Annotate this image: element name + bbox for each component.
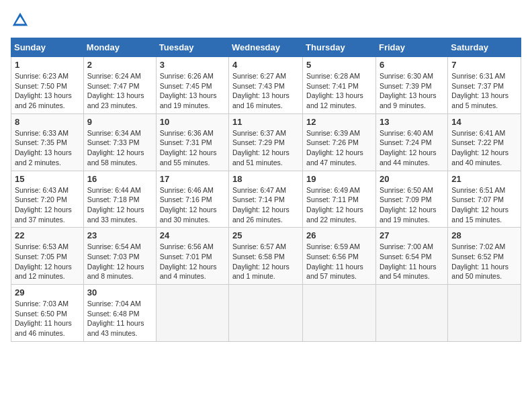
day-number: 13 bbox=[380, 117, 444, 127]
day-info: Sunrise: 6:31 AMSunset: 7:37 PMDaylight:… bbox=[451, 71, 517, 111]
weekday-header-sunday: Sunday bbox=[11, 38, 84, 57]
calendar-cell: 21Sunrise: 6:51 AMSunset: 7:07 PMDayligh… bbox=[448, 171, 521, 228]
day-info: Sunrise: 6:36 AMSunset: 7:31 PMDaylight:… bbox=[160, 128, 225, 168]
calendar-cell: 23Sunrise: 6:54 AMSunset: 7:03 PMDayligh… bbox=[83, 228, 156, 285]
calendar-cell bbox=[375, 285, 447, 342]
week-row-3: 15Sunrise: 6:43 AMSunset: 7:20 PMDayligh… bbox=[11, 171, 521, 228]
day-number: 27 bbox=[380, 230, 444, 240]
day-info: Sunrise: 6:53 AMSunset: 7:05 PMDaylight:… bbox=[15, 242, 80, 281]
calendar-cell: 7Sunrise: 6:31 AMSunset: 7:37 PMDaylight… bbox=[448, 57, 521, 114]
calendar-cell bbox=[229, 285, 303, 342]
day-number: 24 bbox=[160, 230, 225, 240]
day-info: Sunrise: 7:04 AMSunset: 6:48 PMDaylight:… bbox=[87, 299, 152, 338]
day-info: Sunrise: 6:49 AMSunset: 7:11 PMDaylight:… bbox=[306, 185, 372, 225]
weekday-header-thursday: Thursday bbox=[303, 38, 376, 57]
day-info: Sunrise: 6:43 AMSunset: 7:20 PMDaylight:… bbox=[15, 185, 80, 225]
calendar-cell: 8Sunrise: 6:33 AMSunset: 7:35 PMDaylight… bbox=[11, 113, 84, 171]
calendar-cell: 16Sunrise: 6:44 AMSunset: 7:18 PMDayligh… bbox=[83, 171, 156, 228]
day-info: Sunrise: 7:00 AMSunset: 6:54 PMDaylight:… bbox=[380, 242, 444, 281]
day-info: Sunrise: 7:02 AMSunset: 6:52 PMDaylight:… bbox=[451, 242, 517, 281]
calendar-cell: 24Sunrise: 6:56 AMSunset: 7:01 PMDayligh… bbox=[156, 228, 228, 285]
day-number: 5 bbox=[306, 60, 372, 70]
calendar-cell: 6Sunrise: 6:30 AMSunset: 7:39 PMDaylight… bbox=[375, 57, 447, 114]
day-info: Sunrise: 6:54 AMSunset: 7:03 PMDaylight:… bbox=[87, 242, 152, 281]
calendar-cell bbox=[448, 285, 521, 342]
day-number: 8 bbox=[15, 117, 80, 127]
calendar-cell: 22Sunrise: 6:53 AMSunset: 7:05 PMDayligh… bbox=[11, 228, 84, 285]
calendar-cell: 30Sunrise: 7:04 AMSunset: 6:48 PMDayligh… bbox=[83, 285, 156, 342]
weekday-header-row: SundayMondayTuesdayWednesdayThursdayFrid… bbox=[11, 38, 521, 57]
weekday-header-monday: Monday bbox=[83, 38, 156, 57]
day-info: Sunrise: 6:44 AMSunset: 7:18 PMDaylight:… bbox=[87, 185, 152, 225]
calendar-cell: 17Sunrise: 6:46 AMSunset: 7:16 PMDayligh… bbox=[156, 171, 228, 228]
day-number: 19 bbox=[306, 174, 372, 184]
day-info: Sunrise: 6:41 AMSunset: 7:22 PMDaylight:… bbox=[451, 128, 517, 168]
day-info: Sunrise: 6:39 AMSunset: 7:26 PMDaylight:… bbox=[306, 128, 372, 168]
day-number: 6 bbox=[380, 60, 444, 70]
week-row-1: 1Sunrise: 6:23 AMSunset: 7:50 PMDaylight… bbox=[11, 57, 521, 114]
day-number: 15 bbox=[15, 174, 80, 184]
day-number: 4 bbox=[232, 60, 299, 70]
day-number: 7 bbox=[451, 60, 517, 70]
day-info: Sunrise: 7:03 AMSunset: 6:50 PMDaylight:… bbox=[15, 299, 80, 338]
day-number: 18 bbox=[232, 174, 299, 184]
day-info: Sunrise: 6:28 AMSunset: 7:41 PMDaylight:… bbox=[306, 71, 372, 111]
day-number: 21 bbox=[451, 174, 517, 184]
day-number: 2 bbox=[87, 60, 152, 70]
weekday-header-friday: Friday bbox=[375, 38, 447, 57]
day-number: 25 bbox=[232, 230, 299, 240]
day-number: 16 bbox=[87, 174, 152, 184]
calendar-cell: 10Sunrise: 6:36 AMSunset: 7:31 PMDayligh… bbox=[156, 113, 228, 171]
weekday-header-wednesday: Wednesday bbox=[229, 38, 303, 57]
week-row-2: 8Sunrise: 6:33 AMSunset: 7:35 PMDaylight… bbox=[11, 113, 521, 171]
day-info: Sunrise: 6:30 AMSunset: 7:39 PMDaylight:… bbox=[380, 71, 444, 111]
day-number: 23 bbox=[87, 230, 152, 240]
logo bbox=[11, 11, 32, 30]
day-info: Sunrise: 6:34 AMSunset: 7:33 PMDaylight:… bbox=[87, 128, 152, 168]
day-number: 26 bbox=[306, 230, 372, 240]
calendar-cell: 29Sunrise: 7:03 AMSunset: 6:50 PMDayligh… bbox=[11, 285, 84, 342]
day-number: 17 bbox=[160, 174, 225, 184]
calendar-cell: 12Sunrise: 6:39 AMSunset: 7:26 PMDayligh… bbox=[303, 113, 376, 171]
day-info: Sunrise: 6:56 AMSunset: 7:01 PMDaylight:… bbox=[160, 242, 225, 281]
day-number: 9 bbox=[87, 117, 152, 127]
day-number: 22 bbox=[15, 230, 80, 240]
page-header bbox=[11, 11, 521, 30]
calendar-cell: 14Sunrise: 6:41 AMSunset: 7:22 PMDayligh… bbox=[448, 113, 521, 171]
day-info: Sunrise: 6:37 AMSunset: 7:29 PMDaylight:… bbox=[232, 128, 299, 168]
day-number: 30 bbox=[87, 287, 152, 298]
calendar-cell: 20Sunrise: 6:50 AMSunset: 7:09 PMDayligh… bbox=[375, 171, 447, 228]
calendar-cell: 1Sunrise: 6:23 AMSunset: 7:50 PMDaylight… bbox=[11, 57, 84, 114]
day-info: Sunrise: 6:24 AMSunset: 7:47 PMDaylight:… bbox=[87, 71, 152, 111]
calendar-cell: 28Sunrise: 7:02 AMSunset: 6:52 PMDayligh… bbox=[448, 228, 521, 285]
calendar-cell bbox=[156, 285, 228, 342]
day-info: Sunrise: 6:50 AMSunset: 7:09 PMDaylight:… bbox=[380, 185, 444, 225]
day-info: Sunrise: 6:33 AMSunset: 7:35 PMDaylight:… bbox=[15, 128, 80, 168]
day-info: Sunrise: 6:57 AMSunset: 6:58 PMDaylight:… bbox=[232, 242, 299, 281]
day-info: Sunrise: 6:47 AMSunset: 7:14 PMDaylight:… bbox=[232, 185, 299, 225]
day-number: 11 bbox=[232, 117, 299, 127]
day-number: 3 bbox=[160, 60, 225, 70]
calendar-cell: 3Sunrise: 6:26 AMSunset: 7:45 PMDaylight… bbox=[156, 57, 228, 114]
day-info: Sunrise: 6:46 AMSunset: 7:16 PMDaylight:… bbox=[160, 185, 225, 225]
calendar-cell: 13Sunrise: 6:40 AMSunset: 7:24 PMDayligh… bbox=[375, 113, 447, 171]
calendar-cell: 26Sunrise: 6:59 AMSunset: 6:56 PMDayligh… bbox=[303, 228, 376, 285]
day-number: 28 bbox=[451, 230, 517, 240]
calendar-cell: 25Sunrise: 6:57 AMSunset: 6:58 PMDayligh… bbox=[229, 228, 303, 285]
calendar-cell bbox=[303, 285, 376, 342]
day-number: 20 bbox=[380, 174, 444, 184]
weekday-header-saturday: Saturday bbox=[448, 38, 521, 57]
calendar-cell: 19Sunrise: 6:49 AMSunset: 7:11 PMDayligh… bbox=[303, 171, 376, 228]
day-info: Sunrise: 6:59 AMSunset: 6:56 PMDaylight:… bbox=[306, 242, 372, 281]
calendar-cell: 4Sunrise: 6:27 AMSunset: 7:43 PMDaylight… bbox=[229, 57, 303, 114]
calendar-cell: 15Sunrise: 6:43 AMSunset: 7:20 PMDayligh… bbox=[11, 171, 84, 228]
week-row-4: 22Sunrise: 6:53 AMSunset: 7:05 PMDayligh… bbox=[11, 228, 521, 285]
calendar-cell: 11Sunrise: 6:37 AMSunset: 7:29 PMDayligh… bbox=[229, 113, 303, 171]
day-number: 10 bbox=[160, 117, 225, 127]
day-info: Sunrise: 6:40 AMSunset: 7:24 PMDaylight:… bbox=[380, 128, 444, 168]
day-number: 1 bbox=[15, 60, 80, 70]
day-number: 12 bbox=[306, 117, 372, 127]
calendar-table: SundayMondayTuesdayWednesdayThursdayFrid… bbox=[11, 38, 521, 342]
calendar-cell: 2Sunrise: 6:24 AMSunset: 7:47 PMDaylight… bbox=[83, 57, 156, 114]
day-info: Sunrise: 6:27 AMSunset: 7:43 PMDaylight:… bbox=[232, 71, 299, 111]
